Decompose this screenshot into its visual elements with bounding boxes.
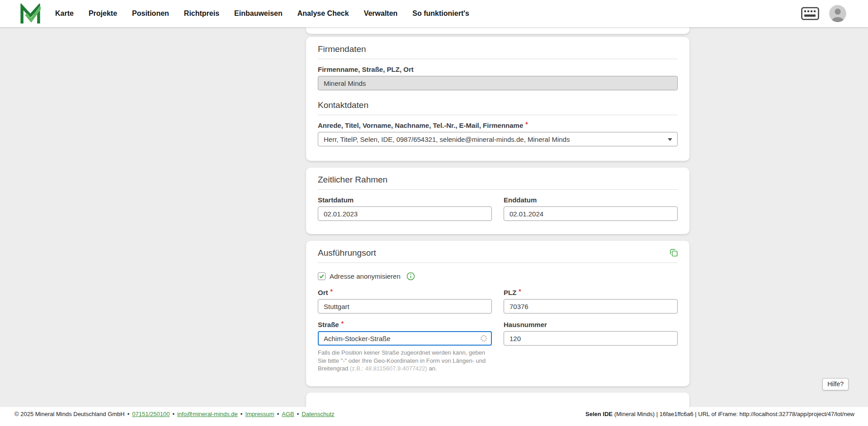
enddatum-input[interactable] [504, 206, 678, 221]
card-ausfuehrungsort: Ausführungsort Adresse anonymisieren Ort… [306, 241, 689, 386]
required-asterisk: * [525, 121, 528, 128]
strasse-label: Straße [318, 321, 339, 328]
required-asterisk: * [519, 288, 521, 295]
info-icon[interactable] [406, 272, 415, 281]
plz-input[interactable] [504, 299, 678, 314]
anonymize-row: Adresse anonymisieren [318, 272, 678, 281]
contact-select-value: Herr, TitelP, Selen, IDE, 0987/654321, s… [324, 136, 570, 143]
nav-item-karte[interactable]: Karte [55, 9, 74, 18]
user-avatar-icon[interactable] [829, 5, 846, 22]
footer-debug-info: Selen IDE (Mineral Minds) | 16fae1ffc6a6… [585, 411, 854, 417]
nav-item-positionen[interactable]: Positionen [132, 9, 169, 18]
contact-select[interactable]: Herr, TitelP, Selen, IDE, 0987/654321, s… [318, 132, 678, 146]
footer-separator: • [277, 411, 279, 417]
startdatum-label: Startdatum [318, 196, 354, 204]
footer-session-info: (Mineral Minds) | 16fae1ffc6a6 | URL of … [613, 411, 854, 417]
nav-item-so-funktionierts[interactable]: So funktioniert's [412, 9, 469, 18]
plz-label: PLZ [504, 289, 516, 296]
hausnummer-input[interactable] [504, 331, 678, 346]
nav-item-richtpreis[interactable]: Richtpreis [184, 9, 219, 18]
header-actions [801, 5, 846, 22]
enddatum-label: Enddatum [504, 196, 537, 204]
card-firmendaten: Firmendaten Firmenname, Straße, PLZ, Ort… [306, 37, 689, 161]
company-field [318, 76, 678, 90]
footer-phone-link[interactable]: 07151/250100 [132, 411, 170, 417]
footer-separator: • [297, 411, 299, 417]
check-icon [319, 273, 325, 279]
footer-agb-link[interactable]: AGB [282, 411, 294, 417]
footer-separator: • [241, 411, 243, 417]
hausnummer-label: Hausnummer [504, 321, 547, 328]
startdatum-input[interactable] [318, 206, 492, 221]
anonymize-label: Adresse anonymisieren [330, 272, 401, 280]
nav-item-verwalten[interactable]: Verwalten [364, 9, 398, 18]
footer-copyright: © 2025 Mineral Minds Deutschland GmbH [14, 411, 125, 417]
copy-icon[interactable] [669, 248, 679, 257]
required-asterisk: * [341, 320, 344, 328]
anonymize-checkbox[interactable] [318, 272, 326, 280]
card-partial-top [306, 27, 689, 34]
nav-item-analyse-check[interactable]: Analyse Check [297, 9, 349, 18]
strasse-hint: Falls die Position keiner Straße zugeord… [318, 349, 492, 373]
footer: © 2025 Mineral Minds Deutschland GmbH • … [0, 407, 868, 426]
top-navbar: Karte Projekte Positionen Richtpreis Ein… [0, 0, 868, 27]
ort-input[interactable] [318, 299, 492, 314]
company-field-label: Firmenname, Straße, PLZ, Ort [318, 66, 414, 73]
footer-separator: • [172, 411, 175, 417]
nav-item-einbauweisen[interactable]: Einbauweisen [234, 9, 283, 18]
section-title-firmendaten: Firmendaten [318, 44, 678, 59]
footer-left: © 2025 Mineral Minds Deutschland GmbH • … [14, 411, 335, 417]
loading-spinner-icon [481, 335, 487, 342]
section-title-zeitlicher-rahmen: Zeitlicher Rahmen [318, 175, 678, 190]
footer-separator: • [127, 411, 130, 417]
caret-down-icon [668, 138, 672, 141]
footer-datenschutz-link[interactable]: Datenschutz [302, 411, 334, 417]
section-title-kontaktdaten: Kontaktdaten [318, 100, 678, 115]
ort-label: Ort [318, 289, 328, 296]
terminal-icon[interactable] [801, 7, 819, 20]
strasse-input[interactable] [318, 331, 492, 346]
footer-impressum-link[interactable]: Impressum [245, 411, 274, 417]
footer-email-link[interactable]: info@mineral-minds.de [177, 411, 238, 417]
card-zeitlicher-rahmen: Zeitlicher Rahmen Startdatum Enddatum [306, 168, 689, 234]
required-asterisk: * [330, 288, 333, 295]
main-nav: Karte Projekte Positionen Richtpreis Ein… [55, 9, 469, 18]
contact-field-label: Anrede, Titel, Vorname, Nachname, Tel.-N… [318, 122, 523, 129]
nav-item-projekte[interactable]: Projekte [89, 9, 117, 18]
section-title-ausfuehrungsort: Ausführungsort [318, 248, 678, 263]
help-button[interactable]: Hilfe? [822, 378, 849, 390]
footer-app-name: Selen IDE [585, 411, 613, 417]
mineral-minds-logo[interactable] [20, 4, 41, 23]
